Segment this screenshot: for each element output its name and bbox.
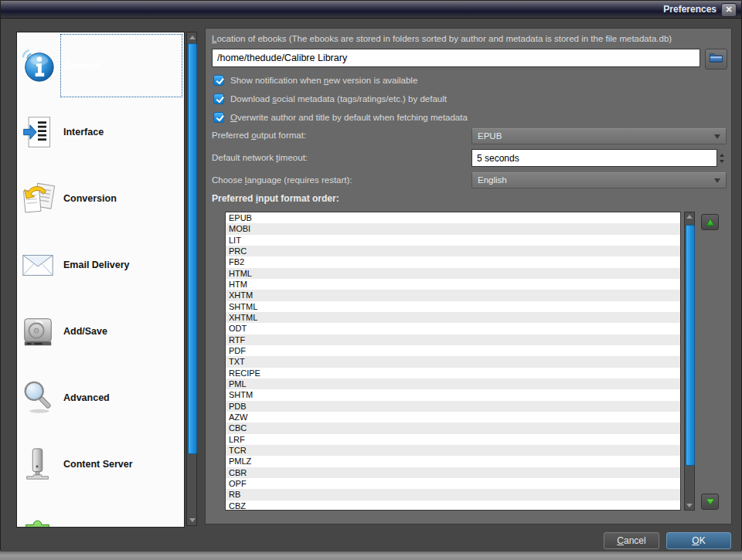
sidebar-item-general[interactable]: General bbox=[17, 32, 184, 99]
format-list-item[interactable]: XHTM bbox=[226, 290, 680, 300]
scroll-down-icon[interactable] bbox=[189, 518, 196, 522]
format-list-item[interactable]: FB2 bbox=[226, 256, 680, 267]
format-list-item[interactable]: TXT bbox=[226, 356, 680, 367]
folder-icon bbox=[709, 52, 723, 66]
sidebar-item-label: Conversion bbox=[63, 193, 117, 204]
sidebar-item-label: Content Server bbox=[63, 459, 133, 470]
green-up-arrow-icon bbox=[706, 216, 715, 229]
spin-down-icon[interactable] bbox=[720, 160, 724, 163]
location-label: Location of ebooks (The ebooks are store… bbox=[212, 34, 672, 43]
language-label: Choose language (requires restart): bbox=[212, 175, 352, 185]
format-list-item[interactable]: PDF bbox=[226, 345, 680, 356]
ok-button[interactable]: OK bbox=[666, 532, 731, 549]
scroll-up-icon[interactable] bbox=[686, 215, 693, 219]
format-list-item[interactable]: EPUB bbox=[226, 212, 680, 223]
format-list-item[interactable]: RB bbox=[226, 489, 680, 500]
format-list-item[interactable]: PML bbox=[226, 378, 680, 389]
library-location-input[interactable] bbox=[212, 49, 700, 67]
sidebar-item-label: Interface bbox=[63, 127, 104, 137]
chevron-down-icon bbox=[714, 178, 720, 183]
sidebar-scrollbar[interactable] bbox=[186, 32, 197, 526]
sidebar-item-conversion[interactable]: Conversion bbox=[17, 165, 184, 232]
move-format-up-button[interactable] bbox=[701, 214, 719, 230]
format-list-item[interactable]: ODT bbox=[226, 323, 680, 334]
sidebar-item-content-server[interactable]: Content Server bbox=[17, 431, 184, 497]
format-list-item[interactable]: CBZ bbox=[226, 501, 680, 511]
format-list-item[interactable]: AZW bbox=[226, 412, 680, 423]
chevron-down-icon bbox=[714, 134, 720, 139]
format-list-item[interactable]: SHTM bbox=[226, 389, 680, 400]
checkbox-checked-icon[interactable] bbox=[213, 75, 224, 86]
general-settings-panel: Location of ebooks (The ebooks are store… bbox=[205, 28, 732, 524]
input-format-order-label: Preferred input format order: bbox=[212, 193, 339, 204]
format-list-item[interactable]: HTML bbox=[226, 268, 680, 279]
server-icon bbox=[20, 446, 56, 482]
window-bottom-edge bbox=[0, 552, 742, 560]
network-timeout-label: Default network timeout: bbox=[212, 153, 308, 162]
preferences-window: Preferences ✕ General bbox=[0, 0, 742, 554]
checkbox-label: Overwrite author and title by default wh… bbox=[230, 113, 468, 122]
browse-folder-button[interactable] bbox=[705, 49, 727, 70]
format-list-item[interactable]: CBR bbox=[226, 467, 680, 478]
move-format-down-button[interactable] bbox=[701, 494, 719, 510]
checkbox-checked-icon[interactable] bbox=[213, 112, 224, 123]
format-list-item[interactable]: PDB bbox=[226, 401, 680, 412]
checkbox-row-overwrite-author[interactable]: Overwrite author and title by default wh… bbox=[213, 111, 468, 124]
format-list-item[interactable]: SHTML bbox=[226, 301, 680, 312]
sidebar-item-email-delivery[interactable]: Email Delivery bbox=[17, 232, 184, 298]
format-list-item[interactable]: LRF bbox=[226, 434, 680, 445]
info-icon bbox=[20, 48, 56, 83]
scroll-up-icon[interactable] bbox=[189, 36, 196, 39]
window-title: Preferences bbox=[663, 1, 716, 18]
format-list-item[interactable]: LIT bbox=[226, 235, 680, 246]
format-list-item[interactable]: TCR bbox=[226, 445, 680, 456]
output-format-select[interactable]: EPUB bbox=[471, 128, 727, 144]
green-down-arrow-icon bbox=[706, 495, 715, 509]
cancel-button[interactable]: Cancel bbox=[604, 532, 659, 549]
language-select[interactable]: English bbox=[471, 172, 727, 188]
spin-up-icon[interactable] bbox=[720, 154, 724, 157]
puzzle-icon bbox=[20, 513, 56, 528]
format-list-item[interactable]: OPF bbox=[226, 478, 680, 489]
sidebar-item-label: Email Delivery bbox=[63, 260, 129, 270]
checkbox-row-new-version[interactable]: Show notification when new version is av… bbox=[213, 74, 417, 87]
scroll-down-icon[interactable] bbox=[686, 504, 693, 507]
interface-icon bbox=[20, 114, 56, 150]
format-list-item[interactable]: HTM bbox=[226, 279, 680, 290]
close-icon[interactable]: ✕ bbox=[721, 3, 737, 17]
format-list-item[interactable]: PRC bbox=[226, 246, 680, 256]
format-list[interactable]: EPUBMOBILITPRCFB2HTMLHTMXHTMSHTMLXHTMLOD… bbox=[225, 212, 681, 511]
sidebar-item-advanced[interactable]: Advanced bbox=[17, 365, 184, 431]
magnifier-icon bbox=[20, 380, 56, 416]
sidebar-item-label: Advanced bbox=[63, 392, 110, 403]
format-list-scrollbar[interactable] bbox=[684, 212, 695, 511]
network-timeout-input[interactable] bbox=[471, 149, 717, 167]
sidebar-item-plugins[interactable]: Plugins bbox=[17, 497, 184, 528]
hard-disk-icon bbox=[20, 314, 56, 349]
title-bar[interactable]: Preferences ✕ bbox=[1, 1, 741, 19]
conversion-icon bbox=[20, 181, 56, 216]
sidebar-item-interface[interactable]: Interface bbox=[17, 99, 184, 165]
output-format-label: Preferred output format: bbox=[212, 131, 306, 140]
sidebar-item-label: Plugins bbox=[63, 525, 98, 528]
checkbox-label: Download social metadata (tags/ratings/e… bbox=[230, 94, 447, 104]
format-list-item[interactable]: RECIPE bbox=[226, 368, 680, 378]
format-list-item[interactable]: PMLZ bbox=[226, 456, 680, 467]
sidebar-scrollbar-thumb[interactable] bbox=[188, 43, 197, 454]
checkbox-row-social-metadata[interactable]: Download social metadata (tags/ratings/e… bbox=[213, 93, 447, 105]
sidebar-item-label: General bbox=[64, 60, 100, 71]
format-list-item[interactable]: RTF bbox=[226, 334, 680, 345]
sidebar-item-label: Add/Save bbox=[63, 326, 107, 337]
category-sidebar: General Interface bbox=[16, 32, 185, 528]
format-list-scrollbar-thumb[interactable] bbox=[686, 225, 695, 466]
email-icon bbox=[20, 247, 56, 283]
format-list-item[interactable]: MOBI bbox=[226, 223, 680, 234]
sidebar-item-add-save[interactable]: Add/Save bbox=[17, 298, 184, 365]
format-list-item[interactable]: CBC bbox=[226, 423, 680, 433]
format-list-item[interactable]: XHTML bbox=[226, 312, 680, 323]
network-timeout-spinner[interactable] bbox=[471, 149, 727, 167]
checkbox-checked-icon[interactable] bbox=[213, 93, 224, 104]
checkbox-label: Show notification when new version is av… bbox=[230, 76, 417, 85]
